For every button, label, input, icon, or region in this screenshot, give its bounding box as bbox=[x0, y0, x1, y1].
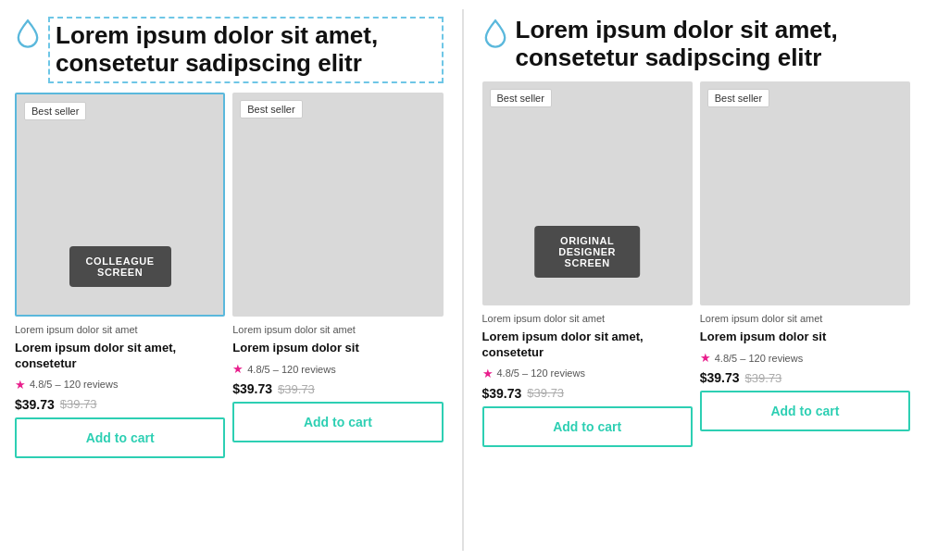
panel-left: Lorem ipsum dolor sit amet, consetetur s… bbox=[7, 9, 451, 551]
product-subtitle: Lorem ipsum dolor sit amet bbox=[482, 313, 693, 324]
product-subtitle: Lorem ipsum dolor sit amet bbox=[232, 324, 443, 335]
panel-header: Lorem ipsum dolor sit amet, consetetur s… bbox=[482, 17, 911, 72]
rating-text: 4.8/5 – 120 reviews bbox=[497, 367, 585, 379]
product-price-row: $39.73$39.73 bbox=[232, 381, 443, 396]
product-card: Best sellerORIGINAL DESIGNER SCREENLorem… bbox=[482, 81, 693, 447]
panel-divider bbox=[462, 9, 464, 551]
product-card: Best sellerLorem ipsum dolor sit ametLor… bbox=[232, 93, 443, 458]
best-seller-badge: Best seller bbox=[490, 89, 552, 107]
price-current: $39.73 bbox=[232, 381, 272, 396]
add-to-cart-button[interactable]: Add to cart bbox=[482, 406, 693, 447]
price-original: $39.73 bbox=[278, 382, 315, 396]
product-image: Best seller bbox=[700, 81, 910, 305]
rating-text: 4.8/5 – 120 reviews bbox=[30, 379, 118, 390]
price-current: $39.73 bbox=[700, 370, 740, 385]
products-row: Best sellerCOLLEAGUE SCREENLorem ipsum d… bbox=[15, 93, 444, 458]
star-icon: ★ bbox=[700, 351, 711, 365]
overlay-label: ORIGINAL DESIGNER SCREEN bbox=[534, 226, 640, 278]
product-name: Lorem ipsum dolor sit amet, consetetur bbox=[482, 330, 693, 361]
price-original: $39.73 bbox=[745, 371, 782, 385]
panel-title: Lorem ipsum dolor sit amet, consetetur s… bbox=[48, 17, 444, 83]
add-to-cart-button[interactable]: Add to cart bbox=[232, 402, 443, 442]
product-rating: ★4.8/5 – 120 reviews bbox=[15, 378, 225, 392]
product-price-row: $39.73$39.73 bbox=[482, 386, 693, 401]
best-seller-badge: Best seller bbox=[707, 89, 769, 107]
price-current: $39.73 bbox=[15, 397, 55, 412]
panel-header: Lorem ipsum dolor sit amet, consetetur s… bbox=[15, 17, 444, 83]
main-wrapper: Lorem ipsum dolor sit amet, consetetur s… bbox=[0, 0, 925, 560]
product-subtitle: Lorem ipsum dolor sit amet bbox=[700, 313, 910, 324]
rating-text: 4.8/5 – 120 reviews bbox=[247, 364, 335, 375]
product-price-row: $39.73$39.73 bbox=[15, 397, 225, 412]
panel-right: Lorem ipsum dolor sit amet, consetetur s… bbox=[475, 9, 919, 551]
product-card: Best sellerCOLLEAGUE SCREENLorem ipsum d… bbox=[15, 93, 225, 458]
product-rating: ★4.8/5 – 120 reviews bbox=[232, 362, 443, 376]
product-name: Lorem ipsum dolor sit bbox=[232, 341, 443, 356]
best-seller-badge: Best seller bbox=[240, 100, 302, 118]
product-image: Best seller bbox=[232, 93, 443, 317]
best-seller-badge: Best seller bbox=[24, 102, 86, 120]
star-icon: ★ bbox=[482, 367, 494, 380]
price-current: $39.73 bbox=[482, 386, 522, 401]
drop-icon bbox=[15, 19, 41, 50]
product-rating: ★4.8/5 – 120 reviews bbox=[700, 351, 910, 365]
product-name: Lorem ipsum dolor sit bbox=[700, 330, 910, 345]
drop-icon bbox=[482, 19, 508, 50]
price-original: $39.73 bbox=[60, 397, 97, 411]
products-row: Best sellerORIGINAL DESIGNER SCREENLorem… bbox=[482, 81, 911, 447]
product-image: Best sellerORIGINAL DESIGNER SCREEN bbox=[482, 81, 693, 305]
price-original: $39.73 bbox=[527, 386, 564, 400]
add-to-cart-button[interactable]: Add to cart bbox=[15, 417, 225, 458]
product-card: Best sellerLorem ipsum dolor sit ametLor… bbox=[700, 81, 910, 447]
star-icon: ★ bbox=[15, 378, 26, 392]
rating-text: 4.8/5 – 120 reviews bbox=[715, 353, 803, 364]
panel-title: Lorem ipsum dolor sit amet, consetetur s… bbox=[516, 17, 911, 72]
product-price-row: $39.73$39.73 bbox=[700, 370, 910, 385]
overlay-label: COLLEAGUE SCREEN bbox=[69, 246, 171, 287]
product-rating: ★4.8/5 – 120 reviews bbox=[482, 367, 693, 380]
add-to-cart-button[interactable]: Add to cart bbox=[700, 391, 910, 431]
product-image: Best sellerCOLLEAGUE SCREEN bbox=[15, 93, 225, 317]
product-name: Lorem ipsum dolor sit amet, consetetur bbox=[15, 341, 225, 372]
star-icon: ★ bbox=[232, 362, 244, 376]
product-subtitle: Lorem ipsum dolor sit amet bbox=[15, 324, 225, 335]
